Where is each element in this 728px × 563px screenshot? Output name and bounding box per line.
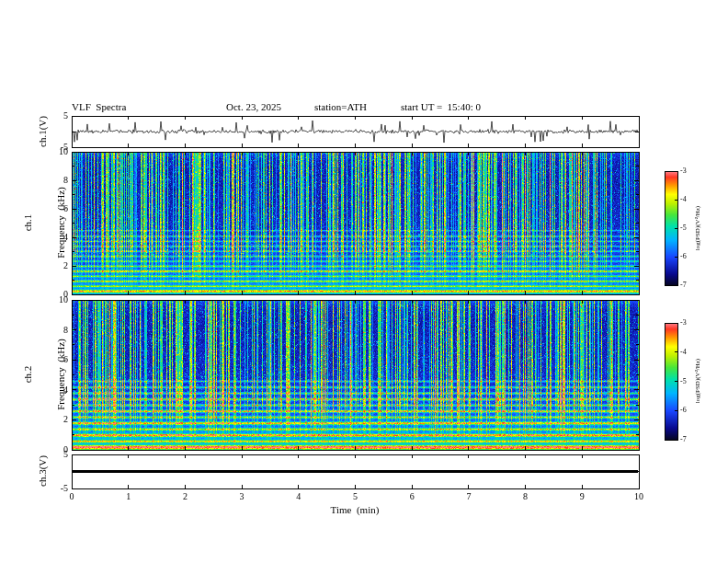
frequency-label2: Frequency (kHz) xyxy=(55,339,66,410)
frequency-tick-label: 4 xyxy=(46,232,68,242)
colorbar2-label: log(PSD)(V²/Hz) xyxy=(694,359,701,403)
ch1-spectrogram-canvas xyxy=(72,152,639,294)
x-tick-label: 3 xyxy=(231,491,253,501)
x-tick-label: 4 xyxy=(288,491,310,501)
x-tick-label: 10 xyxy=(628,491,650,501)
ch2-label: ch.2 xyxy=(22,339,33,410)
time-axis-label: Time (min) xyxy=(331,504,380,515)
colorbar-ch2-canvas xyxy=(665,323,677,440)
ch2-spectrogram-canvas xyxy=(72,300,639,450)
x-tick-label: 5 xyxy=(345,491,367,501)
voltage-tick-label: 5 xyxy=(46,449,68,459)
frequency-tick-label: 2 xyxy=(46,414,68,424)
ch3-flatline xyxy=(73,470,638,473)
frequency-tick-label: 2 xyxy=(46,260,68,270)
colorbar-tick-label: -3 xyxy=(680,167,695,175)
frequency-label: Frequency (kHz) xyxy=(55,187,66,259)
colorbar-tick-label: -5 xyxy=(680,377,695,385)
colorbar-tick-label: -6 xyxy=(680,406,695,414)
x-tick-label: 6 xyxy=(401,491,423,501)
colorbar-ch1-canvas xyxy=(665,171,677,285)
plot-date: Oct. 23, 2025 xyxy=(226,101,281,112)
x-tick-label: 8 xyxy=(515,491,537,501)
voltage-tick-label: -5 xyxy=(46,483,68,493)
x-tick-label: 7 xyxy=(458,491,480,501)
x-tick-label: 9 xyxy=(571,491,593,501)
colorbar-tick-label: -4 xyxy=(680,348,695,356)
x-tick-label: 1 xyxy=(118,491,140,501)
ch1-waveform-canvas xyxy=(72,116,639,147)
colorbar-tick-label: -7 xyxy=(680,281,695,289)
ch2-frequency-axis-label: ch.2 Frequency (kHz) xyxy=(0,339,88,410)
frequency-tick-label: 4 xyxy=(46,385,68,395)
ch1-label: ch.1 xyxy=(22,187,33,259)
colorbar1-label: log(PSD)(V²/Hz) xyxy=(694,206,701,250)
colorbar-tick-label: -4 xyxy=(680,195,695,203)
colorbar-tick-label: -7 xyxy=(680,435,695,443)
frequency-tick-label: 8 xyxy=(46,325,68,335)
colorbar-tick-label: -6 xyxy=(680,252,695,260)
frequency-tick-label: 6 xyxy=(46,354,68,364)
ch1-frequency-axis-label: ch.1 Frequency (kHz) xyxy=(0,187,88,259)
station-label: station=ATH xyxy=(314,101,367,112)
voltage-tick-label: -5 xyxy=(46,142,68,152)
start-ut-label: start UT = 15:40: 0 xyxy=(401,101,481,112)
vlf-spectra-figure: VLF Spectra Oct. 23, 2025 station=ATH st… xyxy=(0,0,728,563)
frequency-tick-label: 10 xyxy=(46,294,68,304)
colorbar-tick-label: -3 xyxy=(680,318,695,327)
ch3-voltage-axis-label: ch.3(V) xyxy=(37,455,48,487)
colorbar-tick-label: -5 xyxy=(680,224,695,232)
frequency-tick-label: 8 xyxy=(46,175,68,185)
plot-title: VLF Spectra xyxy=(72,101,126,112)
x-tick-label: 2 xyxy=(174,491,196,501)
voltage-tick-label: 5 xyxy=(46,110,68,121)
frequency-tick-label: 6 xyxy=(46,203,68,213)
